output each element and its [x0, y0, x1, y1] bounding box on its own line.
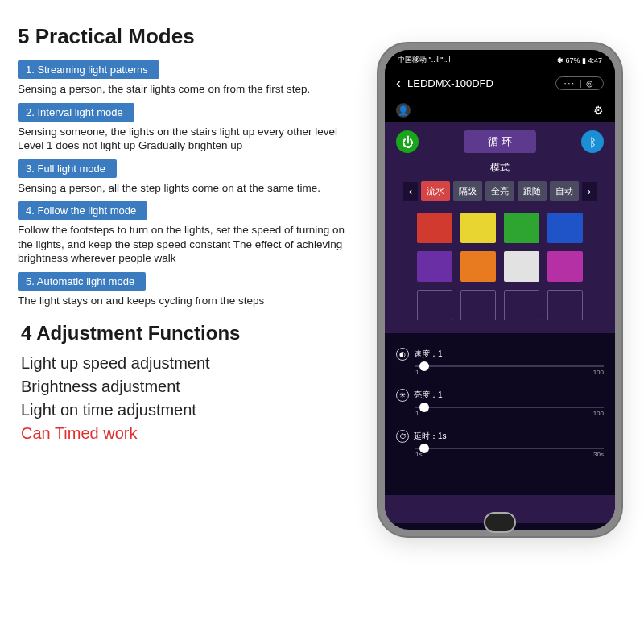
color-swatch-orange[interactable]: [460, 251, 496, 282]
slider-label: 速度：1: [414, 349, 443, 360]
status-left: 中国移动 "..il "..il: [398, 55, 450, 65]
menu-button[interactable]: ··· ◎: [555, 76, 604, 90]
phone-frame: 中国移动 "..il "..il ✱ 67% ▮ 4:47 ‹ LEDDMX-1…: [378, 43, 621, 536]
chevron-left-icon[interactable]: ‹: [403, 182, 418, 201]
color-swatch-empty[interactable]: [417, 290, 452, 320]
chevron-right-icon[interactable]: ›: [582, 182, 597, 201]
slider-thumb[interactable]: [419, 444, 429, 453]
mode-item: 2. Interval light mode Sensing someone, …: [18, 103, 348, 153]
slider-delay: ⏱ 延时：1s 1s30s: [396, 430, 604, 458]
phone-screen: 中国移动 "..il "..il ✱ 67% ▮ 4:47 ‹ LEDDMX-1…: [385, 50, 615, 530]
function-item-3: Light on time adjustment: [21, 401, 348, 419]
bluetooth-icon: ᛒ: [589, 135, 597, 149]
mode-badge-2: 2. Interval light mode: [18, 103, 134, 122]
color-swatch-red[interactable]: [417, 213, 452, 243]
power-button[interactable]: ⏻: [396, 130, 419, 153]
mode-badge-1: 1. Streaming light patterns: [18, 60, 159, 79]
slider-track[interactable]: [415, 365, 604, 367]
mode-item: 3. Full light mode Sensing a person, all…: [18, 159, 348, 196]
mode-pill[interactable]: 循 环: [464, 130, 536, 153]
slider-label: 延时：1s: [414, 431, 447, 442]
settings-icon[interactable]: ⚙: [593, 104, 604, 117]
slider-label: 亮度：1: [414, 390, 443, 401]
color-swatch-empty[interactable]: [460, 290, 496, 320]
tab-auto[interactable]: 自动: [550, 181, 579, 201]
separator: [580, 80, 581, 88]
tab-full[interactable]: 全亮: [485, 181, 514, 201]
power-icon: ⏻: [402, 135, 414, 149]
slider-thumb[interactable]: [419, 402, 429, 412]
color-swatch-magenta[interactable]: [547, 251, 583, 282]
color-swatch-empty[interactable]: [547, 290, 583, 320]
mode-item: 1. Streaming light patterns Sensing a pe…: [18, 60, 348, 97]
tab-follow[interactable]: 跟随: [518, 181, 547, 201]
ellipsis-icon: ···: [564, 79, 576, 88]
sub-bar: 👤 ⚙: [385, 98, 615, 122]
color-swatch-purple[interactable]: [417, 251, 452, 282]
nav-bar: ‹ LEDDMX-100DFD ··· ◎: [385, 68, 615, 98]
function-item-2: Brightness adjustment: [21, 378, 348, 396]
slider-max: 30s: [593, 451, 604, 458]
target-icon: ◎: [586, 79, 595, 88]
slider-track[interactable]: [415, 407, 604, 408]
mode-desc-4: Follow the footsteps to turn on the ligh…: [18, 223, 348, 266]
status-right: ✱ 67% ▮ 4:47: [557, 56, 602, 64]
slider-thumb[interactable]: [419, 361, 429, 371]
mode-item: 4. Follow the light mode Follow the foot…: [18, 201, 348, 266]
modes-label: 模式: [385, 158, 615, 178]
section-title-functions: 4 Adjustment Functions: [21, 322, 348, 345]
slider-min: 1: [415, 369, 419, 376]
color-swatch-yellow[interactable]: [460, 213, 496, 243]
color-swatch-empty[interactable]: [504, 290, 539, 320]
mode-desc-5: The light stays on and keeps cycling fro…: [18, 294, 348, 308]
slider-min: 1: [415, 410, 419, 417]
mode-item: 5. Automatic light mode The light stays …: [18, 272, 348, 308]
speed-icon: ◐: [396, 348, 409, 361]
mode-badge-3: 3. Full light mode: [18, 159, 117, 178]
slider-max: 100: [593, 410, 604, 417]
color-grid: [385, 209, 615, 328]
avatar-icon[interactable]: 👤: [396, 103, 411, 118]
home-button[interactable]: [484, 512, 516, 533]
function-item-4: Can Timed work: [21, 424, 348, 443]
mode-badge-4: 4. Follow the light mode: [18, 201, 147, 220]
tab-interval[interactable]: 隔级: [453, 181, 482, 201]
slider-track[interactable]: [415, 448, 604, 449]
mode-badge-5: 5. Automatic light mode: [18, 272, 146, 291]
section-title-modes: 5 Practical Modes: [18, 24, 348, 49]
sliders-panel: ◐ 速度：1 1100 ☀ 亮度：1 1100 ⏱: [385, 333, 615, 495]
timer-icon: ⏱: [396, 430, 409, 443]
brightness-icon: ☀: [396, 389, 409, 402]
mode-tabs: ‹ 流水 隔级 全亮 跟随 自动 ›: [385, 178, 615, 209]
color-swatch-blue[interactable]: [547, 213, 583, 243]
mode-desc-1: Sensing a person, the stair lights come …: [18, 82, 348, 97]
bluetooth-button[interactable]: ᛒ: [581, 130, 604, 153]
color-swatch-white[interactable]: [504, 251, 539, 282]
function-item-1: Light up speed adjustment: [21, 354, 348, 373]
nav-title: LEDDMX-100DFD: [407, 77, 555, 89]
mode-desc-2: Sensing someone, the lights on the stair…: [18, 125, 348, 153]
mode-desc-3: Sensing a person, all the step lights co…: [18, 181, 348, 196]
app-body: ⏻ 循 环 ᛒ 模式 ‹ 流水 隔级 全亮 跟随 自动 ›: [385, 122, 615, 523]
slider-brightness: ☀ 亮度：1 1100: [396, 389, 604, 417]
slider-max: 100: [593, 369, 604, 376]
phone-notch: [463, 50, 537, 64]
tab-streaming[interactable]: 流水: [421, 181, 450, 201]
back-button[interactable]: ‹: [396, 75, 401, 92]
color-swatch-green[interactable]: [504, 213, 539, 243]
slider-speed: ◐ 速度：1 1100: [396, 348, 604, 376]
